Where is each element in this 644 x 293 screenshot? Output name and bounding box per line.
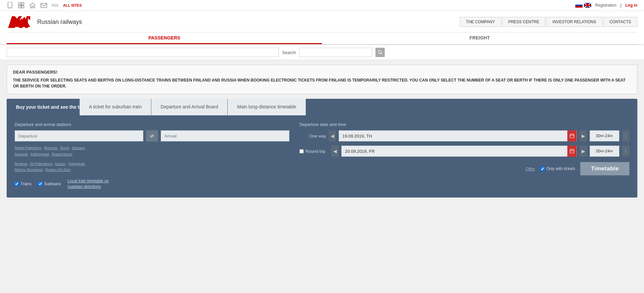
date1-input[interactable] [339,131,567,141]
local-timetable-link[interactable]: Local train timetable on roadway directi… [68,178,121,190]
svg-point-1 [10,7,10,7]
one-way-label: One way [299,134,326,139]
city-rostov[interactable]: Rostov-On-Don [45,168,71,172]
logo-text: Russian railways [37,19,82,26]
nav-buttons: THE COMPANY PRESS CENTRE INVESTOR RELATI… [460,17,637,27]
date2-calendar-btn[interactable] [567,146,577,157]
home-icon[interactable] [29,2,36,9]
widget-tab-suburban[interactable]: A ticket for suburban train [80,99,151,115]
tab-freight[interactable]: FREIGHT [322,32,637,44]
date2-prev-btn[interactable]: ◀ [331,146,339,157]
city-moskva[interactable]: Moskva [15,162,27,166]
mail-icon[interactable] [40,2,47,9]
login-link[interactable]: Log in [625,3,637,8]
city-kazan[interactable]: Kazan [55,162,65,166]
date2-input[interactable] [342,146,567,156]
round-trip-checkbox[interactable] [299,149,304,153]
city-st-petersburg[interactable]: St-Petersburg [30,162,52,166]
subtrains-checkbox-label[interactable]: Subtrains [38,182,61,186]
arrival-input[interactable] [161,130,289,142]
mobile-icon[interactable] [7,2,13,9]
widget-columns: Departure and arrival stations ⇄ Sankt-P… [15,122,629,189]
search-input[interactable] [299,48,372,57]
date-section-label: Departure date and time [299,122,629,127]
city-kaliningrad[interactable]: Kaliningrad [31,152,49,156]
widget-left: Departure and arrival stations ⇄ Sankt-P… [15,122,289,189]
top-bar-icons: RSS ALL SITES [7,2,82,9]
timetable-button[interactable]: Timetable [580,162,629,175]
city-spb[interactable]: Sankt-Peterburg [15,146,41,150]
svg-rect-3 [22,3,24,5]
svg-rect-10 [570,134,574,138]
date1-prev-btn[interactable]: ◀ [329,130,336,142]
trains-checkbox-label[interactable]: Trains [15,182,32,186]
round-trip-row: Round trip ◀ ▶ 0000-2400 ⋮ [299,146,629,157]
round-trip-checkbox-label[interactable]: Round trip [299,149,329,154]
options-row: Trains Subtrains Local train timetable o… [15,178,289,190]
departure-arrival-label: Departure and arrival stations [15,122,289,127]
widget-tab-buy[interactable]: Buy your ticket and see the timetable he… [7,99,80,115]
city-moscow[interactable]: Moscow [44,146,57,150]
only-tickets-text: Only with tickets [546,166,575,171]
flag-ru[interactable] [575,3,583,8]
trains-checkbox[interactable] [15,182,19,186]
widget-tab-board[interactable]: Departure and Arrival Board [151,99,228,115]
only-tickets-checkbox[interactable] [540,167,545,171]
logo-area[interactable]: Russian railways [7,14,82,30]
svg-marker-6 [30,3,35,8]
svg-rect-14 [570,149,574,153]
header: Russian railways THE COMPANY PRESS CENTR… [0,11,644,45]
city-saransk[interactable]: Saransk [15,152,28,156]
time1-display: 0000-2400 [590,130,619,142]
widget-tab-timetable[interactable]: Main long-distance timetable [228,99,305,115]
subtrains-label: Subtrains [44,182,61,186]
all-sites-link[interactable]: ALL SITES [63,3,82,7]
search-bar: Search [0,45,644,60]
top-bar-right: Registration | Log in [575,3,637,8]
offer-link[interactable]: Offer [525,166,535,171]
date2-field [341,146,577,157]
arrival-cities: Moskva, St-Petersburg, Kazan, Volgograd,… [15,161,289,173]
time2-display: 0000-2400 [590,146,619,157]
svg-point-8 [378,51,381,54]
search-button[interactable] [375,48,385,57]
widget-area: Buy your ticket and see the timetable he… [7,99,637,198]
only-tickets-label[interactable]: Only with tickets [540,166,575,171]
swap-button[interactable]: ⇄ [146,130,158,142]
registration-link[interactable]: Registration [595,3,616,8]
notice-banner: DEAR PASSENGERS! THE SERVICE FOR SELECTI… [7,65,637,94]
city-samara[interactable]: Samara [72,146,85,150]
widget-right: Departure date and time One way ◀ ▶ 0000… [299,122,629,175]
rzd-logo [7,14,33,30]
one-way-row: One way ◀ ▶ 0000-2400 ⋮ [299,130,629,142]
date1-next-btn[interactable]: ▶ [580,130,587,142]
widget-content: Departure and arrival stations ⇄ Sankt-P… [7,115,637,197]
section-tabs: PASSENGERS FREIGHT [7,32,637,44]
nav-investor[interactable]: INVESTOR RELATIONS [546,17,603,27]
grid-icon[interactable] [18,2,25,9]
date2-next-btn[interactable]: ▶ [580,146,587,157]
main-search-input[interactable] [7,48,279,57]
time2-expand-btn[interactable]: ⋮ [622,146,629,157]
city-volgograd[interactable]: Volgograd [68,162,85,166]
nav-press[interactable]: PRESS CENTRE [502,17,545,27]
svg-rect-7 [41,3,47,8]
date1-calendar-btn[interactable] [567,130,577,142]
tab-passengers[interactable]: PASSENGERS [7,32,322,44]
subtrains-checkbox[interactable] [38,182,42,186]
svg-rect-4 [19,6,21,8]
flag-uk[interactable] [584,3,591,8]
notice-title: DEAR PASSENGERS! [13,70,631,75]
city-nizhny[interactable]: Nizhny Novgorod [15,168,42,172]
departure-input[interactable] [15,130,143,142]
top-bar: RSS ALL SITES Registration | Log in [0,0,644,11]
date1-field [339,130,577,142]
time1-expand-btn[interactable]: ⋮ [622,130,629,142]
divider: | [620,3,621,8]
rss-icon[interactable]: RSS [52,2,58,9]
city-ekaterinburg[interactable]: Ekaterinburg [52,152,72,156]
widget-tabs: Buy your ticket and see the timetable he… [7,99,637,115]
nav-contacts[interactable]: CONTACTS [603,17,637,27]
city-sochi[interactable]: Sochi [60,146,69,150]
nav-company[interactable]: THE COMPANY [460,17,501,27]
